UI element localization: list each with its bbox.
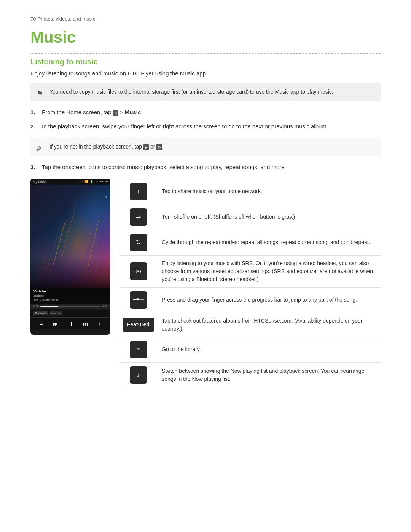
- step-2-num: 2.: [30, 122, 42, 131]
- svg-line-6: [38, 246, 49, 280]
- amazon-tab[interactable]: amazon: [49, 311, 63, 315]
- feature-row-featured: Featured Tap to check out featured album…: [119, 313, 381, 337]
- time-total: -4:42: [101, 305, 107, 308]
- feature-icon-cell-share: ↑: [119, 179, 157, 204]
- phone-label: My tablet: [33, 180, 47, 184]
- feature-row-library: ≡ Go to the library.: [119, 337, 381, 362]
- nowplaying-icon: ♪: [137, 371, 140, 380]
- svg-line-4: [46, 238, 57, 272]
- page-number: 70 Photos, videos, and music: [30, 15, 381, 22]
- steps-list: 1. From the Home screen, tap ⊞ > Music. …: [30, 108, 381, 131]
- grid-icon: ⊞: [113, 110, 118, 116]
- feature-icon-cell-featured: Featured: [119, 313, 157, 337]
- pause-btn[interactable]: ⏸: [68, 321, 73, 327]
- srs-icon-box: ((●)): [130, 262, 147, 280]
- note-text: You need to copy music files to the inte…: [49, 89, 333, 95]
- feature-row-share: ↑ Tap to share music on your home networ…: [119, 179, 381, 204]
- music-playlist-icon: ▶: [143, 144, 149, 150]
- shuffle-icon-box: ⇌: [130, 208, 147, 226]
- feature-icon-cell-srs: ((●)): [119, 255, 157, 287]
- phone-bottom-tabs: Featured amazon: [30, 309, 110, 317]
- feature-row-nowplaying: ♪ Switch between showing the Now playing…: [119, 362, 381, 388]
- page-title: Music: [30, 28, 381, 46]
- prev-btn[interactable]: ⏮: [53, 321, 58, 327]
- flag-icon: ⚑: [37, 88, 43, 99]
- progress-fill: [40, 306, 58, 307]
- repeat-icon-box: ↻: [130, 234, 147, 251]
- menu-ctrl-btn[interactable]: ≡: [40, 321, 43, 327]
- feature-icon-cell-nowplaying: ♪: [119, 362, 157, 388]
- time-elapsed: 0:00: [33, 305, 39, 308]
- svg-line-0: [61, 204, 76, 261]
- step-1: 1. From the Home screen, tap ⊞ > Music.: [30, 108, 381, 117]
- icon-cell-library: ≡: [123, 341, 154, 358]
- feature-desc-repeat: Cycle through the repeat modes: repeat a…: [157, 230, 381, 255]
- intro-text: Enjoy listening to songs and music on HT…: [30, 70, 381, 77]
- featured-tab[interactable]: Featured: [33, 311, 48, 315]
- srs-icon: ((●)): [134, 268, 142, 275]
- share-icon-box: ↑: [130, 183, 147, 200]
- note-box: ⚑ You need to copy music files to the in…: [30, 83, 381, 101]
- step-3-text: Tap the onscreen icons to control music …: [42, 163, 381, 172]
- city-lights-svg: [30, 185, 110, 288]
- battery-icon: 🔋: [90, 180, 94, 183]
- shuffle-icon-status: ⇌: [76, 180, 79, 183]
- feature-desc-progress: Press and drag your finger across the pr…: [157, 287, 381, 313]
- svg-line-3: [80, 230, 91, 261]
- repeat-icon-status: ↻: [80, 180, 83, 183]
- svg-line-7: [95, 227, 107, 276]
- icon-cell-shuffle: ⇌: [123, 208, 154, 226]
- feature-icon-cell-repeat: ↻: [119, 230, 157, 255]
- phone-song-album: The St Entertainer: [33, 298, 107, 302]
- progress-bar-area: 0:00 -4:42: [30, 304, 110, 309]
- icon-cell-share: ↑: [123, 183, 154, 200]
- next-btn[interactable]: ⏭: [83, 321, 88, 327]
- phone-album-art: 1/1: [30, 185, 110, 288]
- phone-controls: ≡ ⏮ ⏸ ⏭ ♪: [30, 317, 110, 330]
- music-note-btn[interactable]: ♪: [98, 321, 101, 327]
- features-table: ↑ Tap to share music on your home networ…: [119, 179, 381, 388]
- status-time: 11:49 AM: [95, 180, 108, 183]
- step-2-text: In the playback screen, swipe your finge…: [42, 122, 381, 131]
- phone-status-bar: My tablet ↑ ⇌ ↻ 📶 🔋 11:49 AM: [30, 179, 110, 185]
- feature-desc-srs: Enjoy listening to your music with SRS. …: [157, 255, 381, 287]
- upload-icon: ↑: [73, 180, 75, 183]
- progress-bar-line: [133, 301, 144, 301]
- progress-icon-box: [130, 291, 147, 309]
- icon-cell-srs: ((●)): [123, 262, 154, 280]
- svg-line-2: [53, 223, 65, 265]
- wifi-icon: 📶: [84, 180, 88, 183]
- icon-cell-nowplaying: ♪: [123, 366, 154, 384]
- nowplaying-icon-box: ♪: [130, 366, 147, 384]
- feature-row-progress: Press and drag your finger across the pr…: [119, 287, 381, 313]
- phone-screenshot: My tablet ↑ ⇌ ↻ 📶 🔋 11:49 AM 1/1: [30, 179, 110, 335]
- feature-row-repeat: ↻ Cycle through the repeat modes: repeat…: [119, 230, 381, 255]
- feature-desc-shuffle: Turn shuffle on or off. (Shuffle is off …: [157, 204, 381, 230]
- phone-song-artist: Jackets: [33, 294, 107, 298]
- section-heading: Listening to music: [30, 58, 381, 66]
- step-3: 3. Tap the onscreen icons to control mus…: [30, 163, 381, 172]
- svg-line-5: [88, 219, 99, 268]
- feature-icon-cell-progress: [119, 287, 157, 313]
- tip-box: ✏ If you're not in the playback screen, …: [30, 137, 381, 156]
- feature-row-shuffle: ⇌ Turn shuffle on or off. (Shuffle is of…: [119, 204, 381, 230]
- library-icon: ≡: [136, 344, 141, 355]
- icon-cell-featured: Featured: [123, 318, 154, 332]
- step-1-num: 1.: [30, 108, 42, 117]
- icon-cell-repeat: ↻: [123, 234, 154, 251]
- tip-text: If you're not in the playback screen, ta…: [49, 144, 164, 150]
- progress-track: [40, 306, 100, 307]
- feature-desc-share: Tap to share music on your home network.: [157, 179, 381, 204]
- feature-desc-library: Go to the library.: [157, 337, 381, 362]
- featured-button[interactable]: Featured: [123, 318, 154, 332]
- share-icon: ↑: [137, 187, 140, 196]
- content-area: My tablet ↑ ⇌ ↻ 📶 🔋 11:49 AM 1/1: [30, 179, 381, 388]
- shuffle-icon: ⇌: [136, 212, 141, 222]
- step-2: 2. In the playback screen, swipe your fi…: [30, 122, 381, 131]
- library-icon-box: ≡: [130, 341, 147, 358]
- phone-song-title: Vintabu: [33, 289, 107, 294]
- pencil-icon: ✏: [32, 141, 46, 155]
- feature-desc-featured: Tap to check out featured albums from HT…: [157, 313, 381, 337]
- step-1-text: From the Home screen, tap ⊞ > Music.: [42, 108, 381, 117]
- breadcrumb: Photos, videos, and music: [38, 16, 96, 22]
